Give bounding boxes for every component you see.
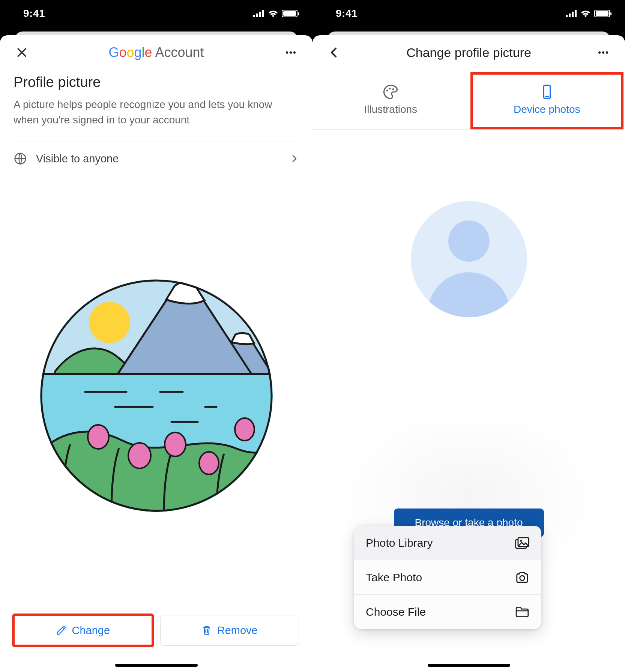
content-left: Profile picture A picture helps people r… [0, 70, 312, 672]
status-icons [253, 10, 297, 17]
svg-rect-21 [575, 10, 577, 17]
change-button[interactable]: Change [14, 615, 153, 646]
status-bar: 9:41 [312, 0, 625, 27]
svg-point-12 [88, 425, 109, 449]
action-choose-file[interactable]: Choose File [354, 595, 541, 629]
svg-rect-1 [256, 14, 258, 17]
status-time: 9:41 [23, 8, 45, 20]
cellular-signal-icon [566, 10, 577, 17]
tab-illustrations[interactable]: Illustrations [312, 70, 469, 129]
phone-left: 9:41 Google Account [0, 0, 312, 672]
pencil-icon [56, 625, 66, 636]
visibility-row[interactable]: Visible to anyone [14, 141, 299, 176]
home-indicator[interactable] [428, 664, 510, 667]
globe-icon [14, 152, 27, 165]
action-label: Choose File [366, 606, 426, 618]
photo-library-icon [515, 537, 529, 549]
battery-icon [594, 10, 610, 17]
action-sheet: Photo Library Take Photo Choose File [354, 526, 541, 629]
svg-point-27 [392, 88, 394, 90]
svg-point-32 [520, 540, 522, 542]
header-title: Google Account [33, 45, 279, 60]
visibility-label: Visible to anyone [36, 153, 281, 165]
content-right: Browse or take a photo Photo Library Tak… [312, 130, 625, 672]
wifi-icon [268, 10, 278, 17]
close-icon [15, 46, 28, 59]
svg-point-22 [598, 51, 601, 54]
svg-rect-0 [253, 15, 255, 17]
close-button[interactable] [11, 46, 33, 59]
change-button-label: Change [72, 624, 110, 637]
more-button[interactable] [279, 46, 302, 59]
section-description: A picture helps people recognize you and… [14, 97, 299, 128]
page-title: Change profile picture [406, 45, 531, 60]
svg-point-33 [520, 576, 525, 580]
remove-button-label: Remove [217, 624, 258, 637]
tab-device-photos[interactable]: Device photos [469, 70, 625, 129]
svg-point-5 [290, 51, 292, 54]
svg-point-4 [286, 51, 288, 54]
avatar-illustration [40, 279, 273, 512]
camera-icon [515, 571, 529, 584]
tab-label: Illustrations [364, 104, 417, 116]
wifi-icon [581, 10, 590, 17]
svg-point-24 [606, 51, 608, 54]
trash-icon [201, 625, 212, 636]
cellular-signal-icon [253, 10, 264, 17]
phone-icon [539, 84, 555, 100]
header-title: Change profile picture [346, 45, 592, 60]
action-photo-library[interactable]: Photo Library [354, 526, 541, 560]
svg-point-23 [602, 51, 604, 54]
tabs: Illustrations Device photos [312, 70, 625, 130]
chevron-left-icon [328, 46, 341, 59]
modal-sheet: Google Account Profile picture A picture… [0, 35, 312, 672]
phone-right: 9:41 Change profile picture [312, 0, 625, 672]
svg-rect-18 [566, 15, 568, 17]
placeholder-avatar [411, 201, 527, 317]
highlight-box [470, 72, 624, 129]
section-title: Profile picture [14, 74, 299, 90]
modal-sheet: Change profile picture Illustrations Dev… [312, 35, 625, 672]
svg-point-10 [89, 302, 130, 343]
svg-point-26 [389, 87, 391, 89]
svg-point-15 [199, 452, 219, 474]
folder-icon [515, 606, 529, 618]
nav-bar: Change profile picture [312, 35, 625, 70]
svg-rect-20 [572, 12, 574, 17]
svg-point-16 [235, 418, 254, 441]
svg-point-6 [293, 51, 296, 54]
battery-icon [282, 10, 297, 17]
more-horizontal-icon [597, 46, 610, 59]
account-text: Account [155, 45, 204, 60]
home-indicator[interactable] [115, 664, 198, 667]
avatar-head-shape [448, 220, 490, 262]
svg-rect-2 [259, 12, 261, 17]
avatar-body-shape [428, 272, 510, 317]
palette-icon [383, 84, 398, 100]
svg-rect-19 [569, 14, 571, 17]
action-label: Photo Library [366, 537, 433, 549]
more-button[interactable] [592, 46, 614, 59]
profile-picture-preview [14, 176, 299, 615]
action-take-photo[interactable]: Take Photo [354, 560, 541, 595]
status-time: 9:41 [336, 8, 358, 20]
chevron-right-icon [290, 154, 299, 163]
back-button[interactable] [323, 46, 346, 59]
remove-button[interactable]: Remove [160, 615, 299, 646]
svg-point-14 [165, 432, 186, 456]
more-horizontal-icon [284, 46, 297, 59]
google-logo: Google [108, 45, 152, 60]
status-icons [566, 10, 610, 17]
action-label: Take Photo [366, 571, 422, 584]
tab-label: Device photos [514, 104, 580, 116]
svg-point-25 [386, 90, 388, 92]
nav-bar: Google Account [0, 35, 312, 70]
status-bar: 9:41 [0, 0, 312, 27]
svg-rect-3 [262, 10, 264, 17]
svg-point-13 [128, 443, 151, 468]
